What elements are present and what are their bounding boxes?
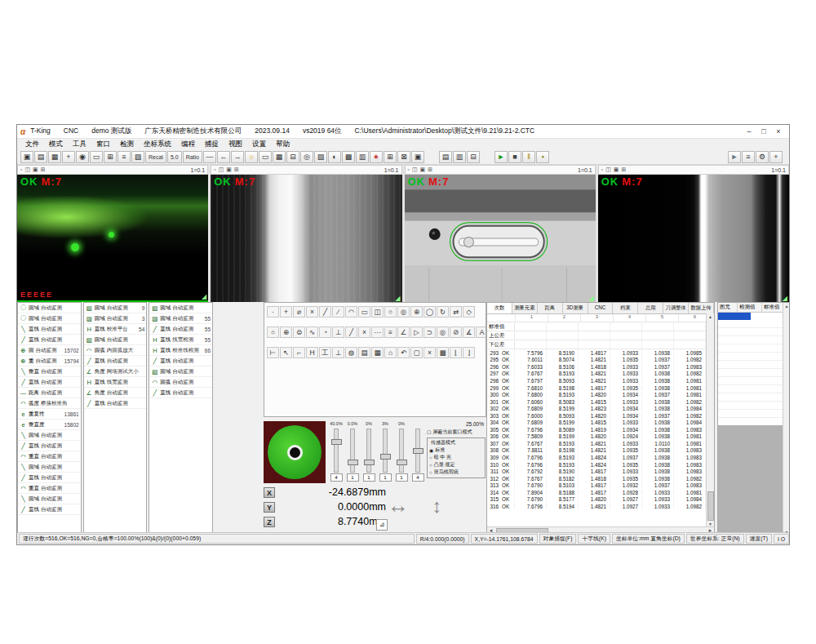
list-item[interactable]: ▨圆域自动监测3 [84, 313, 147, 324]
camera-header-icon[interactable]: ◫ [219, 166, 224, 174]
list-item[interactable]: ▧圆域自动监测 [149, 303, 212, 313]
list-item[interactable]: H直线线宽检测55 [149, 335, 212, 345]
measure-tool-button[interactable]: ◫ [371, 306, 384, 318]
toolbar-button[interactable]: ► [728, 151, 741, 163]
camera-panel-4[interactable]: ▫◫▣⊞1=0.1OKM:7◢ [598, 165, 789, 302]
toolbar-button[interactable]: ⚙ [756, 151, 769, 163]
sensor-mode-option[interactable]: ○凸显·规定 [429, 461, 483, 469]
measure-tool-button[interactable]: ∡ [463, 326, 475, 338]
list-item[interactable]: ▧圆域自动监测 [149, 366, 212, 377]
table-row[interactable]: 298OK7.67978.50931.48211.09331.09381.098… [487, 377, 707, 384]
table-tab[interactable]: 总用 [638, 303, 663, 313]
toolbar-button[interactable]: ⊟ [467, 151, 480, 163]
toolbar-button[interactable]: → [231, 151, 244, 163]
toolbar-button[interactable]: ◎ [300, 151, 313, 163]
toolbar-button[interactable]: ◉ [76, 151, 89, 163]
measure-tool-button[interactable]: ○ [267, 326, 279, 338]
toolbar-button[interactable]: ⊠ [397, 151, 410, 163]
goto-position-button[interactable]: ⊿ [376, 519, 388, 531]
measure-tool-button[interactable]: ⌋ [463, 347, 475, 358]
axis-y-button[interactable]: Y [264, 502, 275, 513]
list-item[interactable]: ◠圆弧自动监测 [149, 377, 212, 388]
measure-tool-button[interactable]: ◔ [319, 326, 331, 338]
measure-tool-button[interactable]: ◯ [424, 306, 436, 318]
slider-track[interactable] [366, 429, 371, 473]
measure-tool-button[interactable]: + [280, 306, 292, 318]
list-item[interactable]: ╲圆域自动监测 [18, 462, 81, 473]
light-slider[interactable]: 40.0%4 [328, 421, 344, 490]
table-row[interactable]: 313OK7.67908.51031.48171.09321.09371.098… [487, 482, 707, 489]
toolbar-button[interactable]: ⊟ [286, 151, 299, 163]
measure-tool-button[interactable]: ⌀ [293, 306, 305, 318]
toolbar-button[interactable]: ► [494, 151, 508, 163]
standards-row[interactable] [718, 402, 790, 410]
table-row[interactable]: 295OK7.60118.50741.48211.09351.09371.098… [487, 357, 707, 364]
measure-tool-button[interactable]: · [267, 306, 279, 318]
measure-tool-button[interactable]: ⊢ [267, 347, 279, 358]
tolerance-cell[interactable] [579, 331, 610, 340]
camera-header-icon[interactable]: ⊞ [234, 166, 239, 174]
toolbar-button[interactable]: ▭ [259, 151, 272, 163]
toolbar-button[interactable]: + [769, 151, 783, 163]
slider-thumb[interactable] [380, 454, 391, 460]
table-tab[interactable]: 档案 [613, 303, 638, 313]
tolerance-cell[interactable] [515, 340, 547, 349]
toolbar-button[interactable]: 5.0 [167, 151, 182, 163]
tolerance-cell[interactable] [547, 322, 579, 331]
measure-tool-button[interactable]: ⊕ [280, 326, 292, 338]
table-row[interactable]: 304OK7.68098.51991.48151.09331.09381.098… [487, 419, 707, 426]
camera-header-icon[interactable]: ▫ [214, 166, 215, 174]
camera-view-1[interactable]: OKM:7EEEEE◢ [17, 175, 208, 302]
measure-tool-button[interactable]: ⌂ [384, 347, 397, 358]
slider-track[interactable] [383, 429, 388, 473]
toolbar-button[interactable]: ← [217, 151, 230, 163]
toolbar-button[interactable]: ≡ [118, 151, 131, 163]
camera-view-3[interactable]: OKM:7◢ [405, 175, 596, 302]
standards-row[interactable] [718, 393, 790, 402]
camera-header-icon[interactable]: ⊞ [41, 166, 46, 174]
toolbar-button[interactable]: ☼ [245, 151, 258, 163]
tolerance-cell[interactable] [610, 340, 642, 349]
slider-track[interactable] [334, 429, 339, 473]
table-row[interactable]: 299OK7.68108.51981.48171.09351.09381.098… [487, 384, 707, 392]
sensor-mode-option[interactable]: ○斑马线瑕疵 [429, 469, 483, 476]
jog-horizontal-icon[interactable]: ↔ [388, 493, 409, 517]
tolerance-cell[interactable] [610, 331, 642, 340]
list-item[interactable]: ╱直线自动监测 [18, 441, 81, 451]
list-item[interactable]: ◠圆弧内圆弧放大 [84, 345, 147, 356]
measure-tool-button[interactable]: ◍ [345, 347, 357, 358]
tolerance-cell[interactable] [547, 331, 579, 340]
list-item[interactable]: 〇圆域自动监测 [18, 313, 81, 324]
measure-tool-button[interactable]: × [358, 326, 370, 338]
measure-tool-button[interactable]: ╱ [319, 306, 331, 318]
toolbar-button[interactable]: ▣ [20, 151, 33, 163]
toolbar-button[interactable]: ‖ [522, 151, 535, 163]
camera-header-icon[interactable]: ▣ [33, 166, 38, 174]
sensor-mode-option[interactable]: ○暗 中 亮 [429, 454, 483, 461]
camera-header-icon[interactable]: ▫ [20, 166, 22, 174]
toolbar-button[interactable]: ▪ [536, 151, 549, 163]
camera-view-2[interactable]: OKM:7◢ [211, 175, 401, 302]
light-slider[interactable]: 0%1 [393, 421, 410, 490]
measure-tool-button[interactable]: ↻ [437, 306, 449, 318]
standards-row[interactable] [718, 336, 790, 344]
list-item[interactable]: ▨圆域自动监测55 [149, 313, 212, 324]
table-row[interactable]: 314OK7.89048.51881.48171.09281.09331.098… [487, 489, 707, 496]
slider-thumb[interactable] [348, 460, 358, 465]
table-tab[interactable]: 测量元素 [512, 303, 538, 313]
axis-z-button[interactable]: Z [264, 517, 275, 527]
toolbar-button[interactable]: ▤ [34, 151, 47, 163]
table-row[interactable]: 297OK7.67678.51931.48211.09331.09381.098… [487, 371, 707, 378]
camera-header-icon[interactable]: ▣ [226, 166, 232, 174]
standards-row[interactable] [718, 328, 790, 336]
table-tab[interactable]: CNC [588, 303, 614, 313]
toolbar-button[interactable]: ▥ [453, 151, 466, 163]
toolbar-button[interactable]: ⊞ [104, 151, 117, 163]
toolbar-button[interactable]: ∗ [370, 151, 383, 163]
standards-row[interactable] [718, 385, 790, 393]
list-item[interactable]: ▧圆域自动监测9 [84, 303, 147, 313]
tolerance-cell[interactable] [674, 340, 706, 349]
tolerance-cell[interactable] [642, 331, 674, 340]
measure-tool-button[interactable]: ⇄ [450, 306, 462, 318]
list-item[interactable]: ∠角度自动监测 [84, 388, 147, 398]
